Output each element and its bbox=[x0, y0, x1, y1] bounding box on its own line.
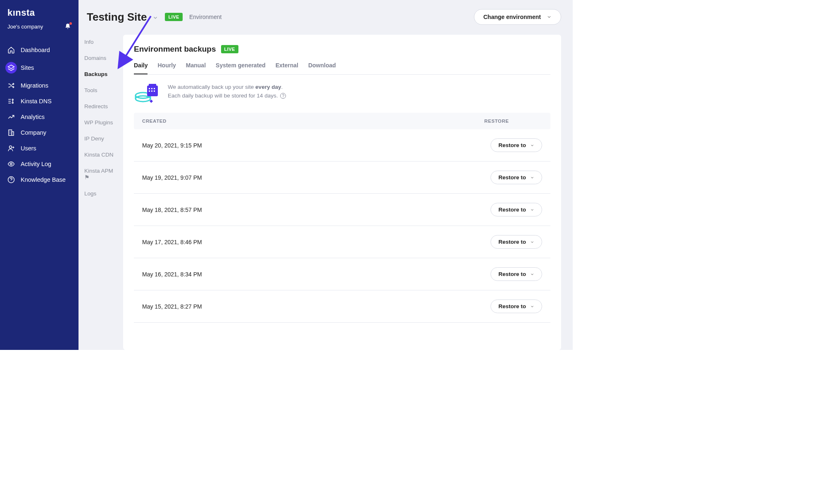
subnav-item-tools[interactable]: Tools bbox=[79, 82, 123, 98]
restore-to-button[interactable]: Restore to bbox=[490, 138, 542, 152]
restore-to-label: Restore to bbox=[498, 271, 526, 277]
subnav-item-backups[interactable]: Backups bbox=[79, 66, 123, 82]
backup-description: We automatically back up your site every… bbox=[134, 75, 550, 113]
subnav-list: InfoDomainsBackupsToolsRedirectsWP Plugi… bbox=[79, 34, 123, 202]
brand-logo: kınsta bbox=[0, 7, 79, 23]
chevron-down-icon bbox=[530, 240, 534, 244]
live-badge: LIVE bbox=[165, 13, 182, 21]
restore-to-button[interactable]: Restore to bbox=[490, 171, 542, 184]
chevron-down-icon bbox=[530, 304, 534, 309]
subnav-item-redirects[interactable]: Redirects bbox=[79, 98, 123, 114]
subnav-item-domains[interactable]: Domains bbox=[79, 50, 123, 66]
restore-to-label: Restore to bbox=[498, 207, 526, 213]
tab-external[interactable]: External bbox=[276, 62, 298, 74]
restore-to-button[interactable]: Restore to bbox=[490, 267, 542, 281]
sidebar-item-knowledge-base[interactable]: Knowledge Base bbox=[0, 172, 79, 188]
site-subnav: InfoDomainsBackupsToolsRedirectsWP Plugi… bbox=[79, 0, 123, 350]
restore-to-button[interactable]: Restore to bbox=[490, 235, 542, 249]
panel-title-text: Environment backups bbox=[134, 45, 216, 54]
site-title: Testing Site bbox=[87, 11, 147, 24]
desc-text-1c: . bbox=[281, 84, 283, 90]
building-icon bbox=[7, 129, 15, 136]
tab-hourly[interactable]: Hourly bbox=[157, 62, 176, 74]
svg-rect-13 bbox=[151, 88, 152, 89]
sidebar-item-company[interactable]: Company bbox=[0, 125, 79, 140]
sidebar-nav: DashboardSitesMigrationsKinsta DNSAnalyt… bbox=[0, 42, 79, 188]
tab-system-generated[interactable]: System generated bbox=[216, 62, 266, 74]
svg-point-6 bbox=[10, 163, 12, 165]
sidebar-item-users[interactable]: Users bbox=[0, 140, 79, 156]
svg-rect-15 bbox=[149, 90, 150, 92]
restore-to-button[interactable]: Restore to bbox=[490, 300, 542, 313]
svg-point-5 bbox=[10, 146, 12, 148]
svg-rect-4 bbox=[12, 132, 14, 136]
backups-panel: Environment backups LIVE DailyHourlyManu… bbox=[123, 35, 561, 350]
subnav-item-wp-plugins[interactable]: WP Plugins bbox=[79, 114, 123, 131]
desc-text-2: Each daily backup will be stored for 14 … bbox=[168, 93, 278, 99]
subnav-item-info[interactable]: Info bbox=[79, 34, 123, 50]
trend-icon bbox=[7, 113, 15, 121]
svg-marker-0 bbox=[8, 65, 14, 69]
backup-date: May 20, 2021, 9:15 PM bbox=[142, 142, 490, 149]
subnav-item-kinsta-cdn[interactable]: Kinsta CDN bbox=[79, 147, 123, 163]
svg-rect-11 bbox=[149, 84, 156, 86]
sidebar-item-label: Analytics bbox=[21, 114, 45, 120]
sidebar-item-label: Company bbox=[21, 129, 46, 136]
sidebar-item-label: Migrations bbox=[21, 82, 48, 89]
sidebar-item-analytics[interactable]: Analytics bbox=[0, 109, 79, 125]
chevron-down-icon bbox=[547, 14, 552, 19]
shuffle-icon bbox=[7, 82, 15, 89]
sidebar-item-label: Knowledge Base bbox=[21, 176, 66, 183]
sidebar-item-dashboard[interactable]: Dashboard bbox=[0, 42, 79, 58]
environment-label: Environment bbox=[189, 14, 222, 20]
desc-text-bold: every day bbox=[255, 84, 281, 90]
restore-to-label: Restore to bbox=[498, 174, 526, 181]
company-name: Joe's company bbox=[7, 24, 43, 30]
subnav-item-ip-deny[interactable]: IP Deny bbox=[79, 131, 123, 147]
backup-row: May 17, 2021, 8:46 PMRestore to bbox=[134, 226, 550, 258]
subnav-item-kinsta-apm-[interactable]: Kinsta APM ⚑ bbox=[79, 163, 123, 185]
backup-tabs: DailyHourlyManualSystem generatedExterna… bbox=[134, 62, 550, 75]
tab-download[interactable]: Download bbox=[308, 62, 336, 74]
help-icon[interactable]: ? bbox=[280, 93, 286, 99]
chevron-down-icon bbox=[530, 143, 534, 147]
tab-daily[interactable]: Daily bbox=[134, 62, 148, 74]
backup-row: May 16, 2021, 8:34 PMRestore to bbox=[134, 258, 550, 290]
svg-rect-3 bbox=[9, 130, 12, 136]
restore-to-label: Restore to bbox=[498, 142, 526, 148]
svg-rect-14 bbox=[154, 88, 155, 89]
table-header: CREATED RESTORE bbox=[134, 113, 550, 129]
backup-rows: May 20, 2021, 9:15 PMRestore toMay 19, 2… bbox=[134, 129, 550, 323]
change-environment-button[interactable]: Change environment bbox=[474, 9, 561, 25]
restore-to-label: Restore to bbox=[498, 239, 526, 245]
sidebar-item-activity-log[interactable]: Activity Log bbox=[0, 156, 79, 172]
backup-date: May 15, 2021, 8:27 PM bbox=[142, 303, 490, 310]
subnav-item-logs[interactable]: Logs bbox=[79, 185, 123, 202]
backup-date: May 17, 2021, 8:46 PM bbox=[142, 239, 490, 245]
backup-row: May 15, 2021, 8:27 PMRestore to bbox=[134, 290, 550, 323]
tab-manual[interactable]: Manual bbox=[186, 62, 206, 74]
backup-row: May 20, 2021, 9:15 PMRestore to bbox=[134, 129, 550, 162]
eye-icon bbox=[7, 160, 15, 168]
sidebar-item-kinsta-dns[interactable]: Kinsta DNS bbox=[0, 93, 79, 109]
panel-live-badge: LIVE bbox=[221, 45, 238, 53]
backup-date: May 19, 2021, 9:07 PM bbox=[142, 174, 490, 181]
sidebar-item-label: Users bbox=[21, 145, 36, 152]
change-environment-label: Change environment bbox=[483, 14, 541, 20]
layers-icon bbox=[5, 62, 17, 74]
restore-to-label: Restore to bbox=[498, 303, 526, 309]
site-switcher-chevron-icon[interactable] bbox=[152, 11, 158, 24]
svg-rect-12 bbox=[149, 88, 150, 89]
notifications-bell-icon[interactable] bbox=[64, 23, 71, 30]
chevron-down-icon bbox=[530, 176, 534, 180]
svg-rect-17 bbox=[154, 90, 155, 92]
backup-date: May 18, 2021, 8:57 PM bbox=[142, 207, 490, 213]
sidebar-item-label: Kinsta DNS bbox=[21, 98, 52, 105]
main-header: Testing Site LIVE Environment Change env… bbox=[87, 9, 561, 25]
sidebar-item-migrations[interactable]: Migrations bbox=[0, 78, 79, 93]
sidebar-item-label: Dashboard bbox=[21, 47, 50, 53]
restore-to-button[interactable]: Restore to bbox=[490, 203, 542, 216]
chevron-down-icon bbox=[530, 208, 534, 212]
sidebar-item-sites[interactable]: Sites bbox=[0, 58, 79, 78]
backup-illustration-icon bbox=[134, 83, 160, 104]
